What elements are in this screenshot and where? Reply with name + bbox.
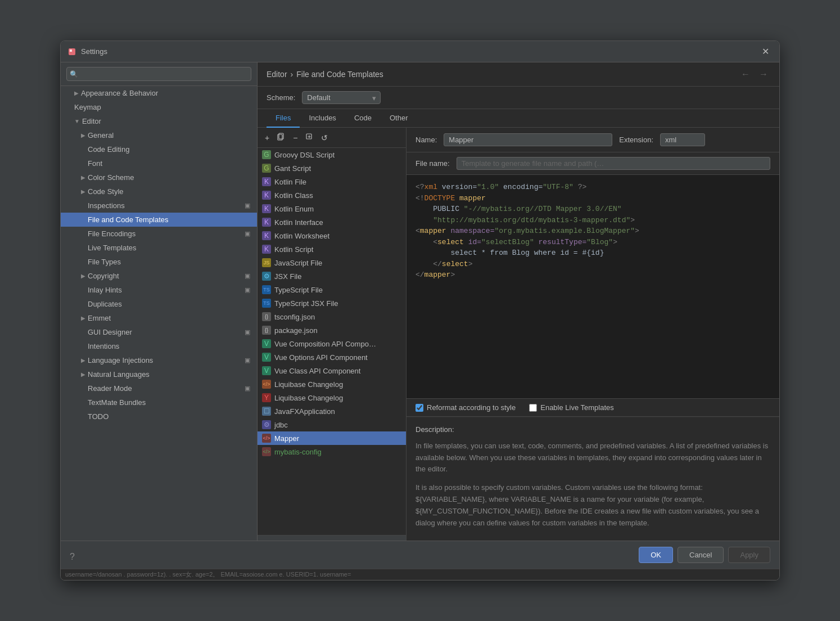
extension-input[interactable] <box>660 133 705 146</box>
tab-code[interactable]: Code <box>345 109 381 128</box>
list-item[interactable]: G Gant Script <box>258 161 406 175</box>
list-item[interactable]: K Kotlin Worksheet <box>258 229 406 242</box>
arrow-icon: ▼ <box>74 118 80 124</box>
sidebar-item-editor[interactable]: ▼ Editor <box>61 114 257 128</box>
list-item[interactable]: Y Liquibase Changelog <box>258 391 406 404</box>
code-line: <!DOCTYPE mapper <box>416 193 770 204</box>
sidebar-item-gui-designer[interactable]: GUI Designer ▣ <box>61 325 257 339</box>
sidebar-item-file-encodings[interactable]: File Encodings ▣ <box>61 227 257 241</box>
horizontal-scrollbar[interactable] <box>258 535 406 541</box>
scheme-select[interactable]: Default Project <box>302 91 381 104</box>
list-item[interactable]: G Groovy DSL Script <box>258 148 406 161</box>
list-item[interactable]: {} package.json <box>258 323 406 337</box>
tab-files[interactable]: Files <box>267 109 300 128</box>
sidebar-item-file-types[interactable]: File Types <box>61 255 257 269</box>
sidebar-item-copyright[interactable]: ▶ Copyright ▣ <box>61 269 257 283</box>
code-line: </mapper> <box>416 269 770 281</box>
list-item[interactable]: TS TypeScript File <box>258 283 406 296</box>
sidebar-item-inspections[interactable]: Inspections ▣ <box>61 199 257 213</box>
sidebar-item-code-style[interactable]: ▶ Code Style <box>61 184 257 199</box>
sidebar-item-label: Natural Languages <box>88 370 150 379</box>
list-item[interactable]: TS TypeScript JSX File <box>258 296 406 310</box>
list-item-mapper[interactable]: </> Mapper <box>258 431 406 445</box>
list-item[interactable]: K Kotlin Enum <box>258 202 406 215</box>
tab-includes[interactable]: Includes <box>300 109 345 128</box>
filename-input[interactable] <box>457 157 770 170</box>
list-item[interactable]: V Vue Options API Component <box>258 350 406 364</box>
list-item[interactable]: V Vue Composition API Compo… <box>258 337 406 350</box>
help-icon[interactable]: ? <box>70 552 75 562</box>
sidebar-item-file-code-templates[interactable]: File and Code Templates <box>61 213 257 227</box>
sidebar-item-inlay-hints[interactable]: Inlay Hints ▣ <box>61 283 257 297</box>
sidebar-item-color-scheme[interactable]: ▶ Color Scheme <box>61 170 257 184</box>
search-wrapper: 🔍 <box>66 67 251 81</box>
cancel-button[interactable]: Cancel <box>678 547 724 563</box>
sidebar-item-label: Language Injections <box>88 356 153 364</box>
close-icon[interactable]: ✕ <box>758 45 773 58</box>
kotlin-icon: K <box>262 218 271 227</box>
list-item[interactable]: K Kotlin File <box>258 175 406 188</box>
sidebar-item-label: Inspections <box>88 201 125 210</box>
sidebar-item-emmet[interactable]: ▶ Emmet <box>61 311 257 325</box>
sidebar-item-label: Inlay Hints <box>88 286 122 294</box>
sidebar-item-general[interactable]: ▶ General <box>61 128 257 142</box>
tab-other[interactable]: Other <box>381 109 417 128</box>
reset-template-button[interactable]: ↺ <box>318 132 331 144</box>
list-item[interactable]: {} tsconfig.json <box>258 310 406 323</box>
sidebar-item-live-templates[interactable]: Live Templates <box>61 241 257 255</box>
sidebar-item-todo[interactable]: TODO <box>61 410 257 424</box>
sidebar-item-natural-languages[interactable]: ▶ Natural Languages <box>61 367 257 381</box>
kotlin-icon: K <box>262 245 271 254</box>
list-item[interactable]: K Kotlin Class <box>258 188 406 202</box>
add-template-button[interactable]: + <box>262 132 272 144</box>
live-templates-checkbox-label[interactable]: Enable Live Templates <box>529 403 614 412</box>
sidebar-item-keymap[interactable]: Keymap <box>61 100 257 114</box>
copy-template-button[interactable] <box>274 131 288 144</box>
list-item[interactable]: V Vue Class API Component <box>258 364 406 377</box>
sidebar-item-font[interactable]: Font <box>61 156 257 170</box>
live-templates-checkbox[interactable] <box>529 404 537 412</box>
ok-button[interactable]: OK <box>639 547 673 563</box>
sidebar-item-duplicates[interactable]: Duplicates <box>61 297 257 311</box>
kotlin-icon: K <box>262 204 271 213</box>
search-input[interactable] <box>66 67 251 81</box>
sidebar-item-label: File and Code Templates <box>88 215 169 224</box>
list-item[interactable]: K Kotlin Script <box>258 242 406 256</box>
scheme-select-wrap: Default Project <box>302 91 381 104</box>
template-editor-panel: Name: Extension: File name: <?xml versio… <box>407 128 779 541</box>
sidebar-item-reader-mode[interactable]: Reader Mode ▣ <box>61 381 257 395</box>
list-item[interactable]: </> mybatis-config <box>258 445 406 458</box>
list-item[interactable]: </> Liquibase Changelog <box>258 377 406 391</box>
reformat-checkbox-label[interactable]: Reformat according to style <box>416 403 516 412</box>
list-item[interactable]: JS JavaScript File <box>258 256 406 269</box>
vue-icon: V <box>262 366 271 375</box>
forward-button[interactable]: → <box>757 68 770 80</box>
json-icon: {} <box>262 326 271 335</box>
name-input[interactable] <box>444 133 612 146</box>
list-item[interactable]: ☐ JavaFXApplication <box>258 404 406 418</box>
sidebar-item-language-injections[interactable]: ▶ Language Injections ▣ <box>61 353 257 367</box>
reformat-checkbox[interactable] <box>416 404 423 412</box>
back-button[interactable]: ← <box>739 68 752 80</box>
apply-button[interactable]: Apply <box>728 547 770 563</box>
sidebar-item-label: Editor <box>82 117 101 125</box>
sidebar-item-code-editing[interactable]: Code Editing <box>61 142 257 156</box>
code-editor[interactable]: <?xml version="1.0" encoding="UTF-8" ?> … <box>407 175 779 398</box>
remove-template-button[interactable]: − <box>290 132 300 144</box>
dialog-footer: ? OK Cancel Apply <box>61 541 779 569</box>
sidebar-item-textmate-bundles[interactable]: TextMate Bundles <box>61 395 257 410</box>
sidebar-item-appearance[interactable]: ▶ Appearance & Behavior <box>61 86 257 100</box>
search-box: 🔍 <box>61 62 257 86</box>
liq-icon: </> <box>262 380 271 389</box>
list-item[interactable]: ⚙ jdbc <box>258 418 406 431</box>
list-item[interactable]: K Kotlin Interface <box>258 215 406 229</box>
arrow-icon: ▶ <box>81 132 85 138</box>
sidebar-item-intentions[interactable]: Intentions <box>61 339 257 353</box>
list-item[interactable]: ⚙ JSX File <box>258 269 406 283</box>
svg-rect-1 <box>70 50 72 52</box>
breadcrumb-bar: Editor › File and Code Templates ← → <box>258 62 779 87</box>
duplicate-template-button[interactable] <box>302 131 316 144</box>
groovy-icon: G <box>262 150 271 159</box>
breadcrumb-separator: › <box>291 70 293 79</box>
breadcrumb-current: File and Code Templates <box>296 70 383 79</box>
